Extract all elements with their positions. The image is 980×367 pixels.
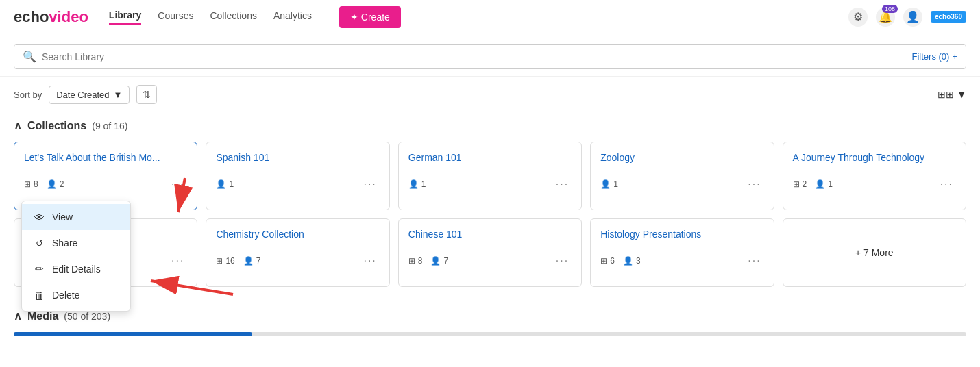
sort-bar: Sort by Date Created ▼ ⇅ ⊞⊞ ▼	[0, 77, 980, 112]
person-icon-0: 👤	[47, 179, 57, 189]
view-toggle[interactable]: ⊞⊞ ▼	[938, 89, 966, 100]
media-icon-0: ⊞	[24, 179, 31, 189]
share-icon: ↺	[33, 237, 45, 249]
collection-card-0[interactable]: Let's Talk About the British Mo... ⊞ 8 👤…	[14, 142, 197, 210]
collections-title: Collections	[27, 120, 86, 132]
person-icon-8: 👤	[623, 256, 633, 266]
collections-chevron: ∧	[14, 119, 22, 132]
sort-order-button[interactable]: ⇅	[136, 85, 157, 104]
nav-library[interactable]: Library	[109, 10, 141, 25]
view-icon: 👁	[33, 211, 45, 223]
card-stat-person-1: 👤 1	[216, 179, 234, 189]
card-title-4: A Journey Through Technology	[793, 152, 956, 163]
filters-label: Filters (0)	[912, 51, 950, 62]
card-stat-person-4: 👤 1	[815, 179, 833, 189]
header: echovideo Library Courses Collections An…	[0, 0, 980, 34]
media-icon-4: ⊞	[793, 179, 800, 189]
card-more-button-3[interactable]: ···	[745, 177, 763, 192]
card-stat-person-3: 👤 1	[600, 179, 618, 189]
logo-video: video	[49, 8, 88, 26]
search-input[interactable]	[42, 51, 904, 62]
card-title-6: Chemistry Collection	[216, 229, 379, 240]
content: ∧ Collections (9 of 16) Let's Talk About…	[0, 112, 980, 343]
media-progress-fill	[14, 332, 252, 336]
card-more-button-7[interactable]: ···	[553, 253, 572, 268]
card-more-button-8[interactable]: ···	[745, 253, 763, 268]
card-stat-media-4: ⊞ 2	[793, 179, 807, 189]
grid-icon: ⊞⊞	[938, 89, 954, 100]
media-count: (50 of 203)	[64, 311, 110, 322]
card-footer-8: ⊞ 6 👤 3 ···	[600, 253, 763, 268]
card-more-button-0[interactable]: ···	[169, 177, 187, 192]
person-icon-6: 👤	[243, 256, 254, 266]
sort-order-icon: ⇅	[143, 89, 151, 100]
person-icon-1: 👤	[216, 179, 226, 189]
media-icon-7: ⊞	[408, 256, 415, 266]
trash-icon: 🗑	[33, 289, 45, 301]
card-stat-media-8: ⊞ 6	[600, 256, 615, 266]
card-more-button-4[interactable]: ···	[938, 177, 956, 192]
card-stat-person-2: 👤 1	[408, 179, 426, 189]
menu-item-share[interactable]: ↺ Share	[22, 230, 130, 256]
menu-item-edit[interactable]: ✏ Edit Details	[22, 256, 130, 282]
card-title-7: Chinese 101	[408, 229, 572, 240]
card-more-button-2[interactable]: ···	[553, 177, 572, 192]
media-section: ∧ Media (50 of 203)	[14, 301, 966, 336]
collection-card-2[interactable]: German 101 👤 1 ···	[398, 142, 582, 210]
view-toggle-chevron: ▼	[957, 89, 966, 100]
card-footer-3: 👤 1 ···	[600, 177, 763, 192]
collection-card-6[interactable]: Chemistry Collection ⊞ 16 👤 7 ···	[206, 218, 389, 287]
settings-icon[interactable]: ⚙	[848, 8, 868, 27]
collection-card-4[interactable]: A Journey Through Technology ⊞ 2 👤 1 ···	[783, 142, 966, 210]
logo: echovideo	[14, 8, 88, 26]
menu-share-label: Share	[52, 238, 77, 249]
card-stat-media-6: ⊞ 16	[216, 256, 234, 266]
card-footer-2: 👤 1 ···	[408, 177, 572, 192]
card-footer-1: 👤 1 ···	[216, 177, 379, 192]
collections-grid: Let's Talk About the British Mo... ⊞ 8 👤…	[14, 142, 966, 287]
sort-dropdown-icon: ▼	[114, 90, 123, 100]
person-icon-4: 👤	[815, 179, 825, 189]
card-title-3: Zoology	[600, 152, 763, 163]
person-icon-2: 👤	[408, 179, 419, 189]
edit-icon: ✏	[33, 263, 45, 275]
nav-collections[interactable]: Collections	[210, 10, 256, 24]
card-stat-person-6: 👤 7	[243, 256, 261, 266]
media-icon-6: ⊞	[216, 256, 223, 266]
collection-card-1[interactable]: Spanish 101 👤 1 ···	[206, 142, 389, 210]
profile-icon[interactable]: 👤	[903, 8, 922, 27]
menu-delete-label: Delete	[52, 290, 79, 301]
more-collections-card[interactable]: + 7 More	[783, 218, 966, 287]
main-nav: Library Courses Collections Analytics ✦ …	[109, 6, 401, 28]
filters-button[interactable]: Filters (0) +	[912, 51, 957, 62]
card-title-0: Let's Talk About the British Mo...	[24, 152, 187, 163]
menu-edit-label: Edit Details	[52, 264, 101, 275]
menu-item-delete[interactable]: 🗑 Delete	[22, 282, 130, 308]
sort-selected: Date Created	[56, 90, 109, 100]
media-progress-bar	[14, 332, 966, 336]
card-more-button-1[interactable]: ···	[360, 177, 379, 192]
search-bar: 🔍 Filters (0) +	[14, 44, 966, 69]
card-stat-person-7: 👤 7	[430, 256, 448, 266]
create-button[interactable]: ✦ Create	[339, 6, 401, 28]
collection-card-8[interactable]: Histology Presentations ⊞ 6 👤 3 ···	[590, 218, 774, 287]
person-icon-7: 👤	[430, 256, 441, 266]
more-collections-label: + 7 More	[855, 247, 894, 258]
person-icon-3: 👤	[600, 179, 611, 189]
collections-section-header[interactable]: ∧ Collections (9 of 16)	[14, 119, 966, 132]
card-more-button-6[interactable]: ···	[360, 253, 379, 268]
collection-card-3[interactable]: Zoology 👤 1 ···	[590, 142, 774, 210]
card-title-2: German 101	[408, 152, 572, 163]
card-more-button-5[interactable]: ···	[169, 253, 187, 268]
filters-plus: +	[952, 51, 957, 62]
nav-courses[interactable]: Courses	[158, 10, 193, 24]
card-footer-7: ⊞ 8 👤 7 ···	[408, 253, 572, 268]
notification-badge: 108	[882, 5, 898, 13]
sort-select[interactable]: Date Created ▼	[49, 86, 130, 104]
media-section-header[interactable]: ∧ Media (50 of 203)	[14, 309, 966, 322]
menu-item-view[interactable]: 👁 View	[22, 204, 130, 230]
nav-analytics[interactable]: Analytics	[273, 10, 312, 24]
notification-icon[interactable]: 🔔 108	[876, 8, 895, 27]
search-bar-container: 🔍 Filters (0) +	[0, 34, 980, 77]
collection-card-7[interactable]: Chinese 101 ⊞ 8 👤 7 ···	[398, 218, 582, 287]
